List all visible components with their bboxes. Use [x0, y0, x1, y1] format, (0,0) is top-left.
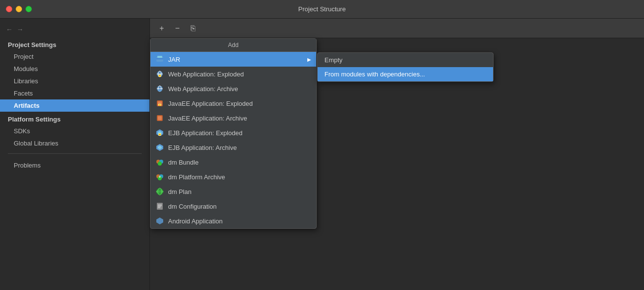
project-settings-header: Project Settings	[0, 37, 149, 50]
svg-rect-15	[159, 104, 161, 106]
menu-item-dm-plan-label: dm Plan	[168, 188, 311, 195]
add-menu: Add JAR ▶	[150, 38, 317, 229]
dropdown-overlay: Add JAR ▶	[150, 38, 317, 229]
menu-item-dm-bundle[interactable]: dm Bundle	[150, 155, 316, 169]
svg-rect-35	[157, 203, 163, 210]
sidebar-item-artifacts[interactable]: Artifacts	[0, 99, 149, 112]
content-area: + − ⎘ Add JAR ▶	[150, 19, 644, 290]
forward-button[interactable]: →	[17, 25, 24, 33]
svg-rect-1	[157, 56, 162, 58]
dm-platform-icon	[155, 172, 164, 181]
sidebar-item-libraries[interactable]: Libraries	[0, 75, 149, 87]
jar-submenu: Empty From modules with dependencies...	[317, 52, 494, 82]
menu-item-javaee-archive-label: JavaEE Application: Archive	[168, 115, 311, 122]
add-button[interactable]: +	[155, 22, 169, 35]
platform-settings-header: Platform Settings	[0, 112, 149, 125]
web-archive-icon	[155, 84, 164, 93]
menu-item-ejb-exploded-label: EJB Application: Exploded	[168, 129, 311, 137]
sidebar: ← → Project Settings Project Modules Lib…	[0, 19, 150, 290]
maximize-button[interactable]	[25, 6, 32, 12]
dm-config-icon	[155, 202, 164, 211]
copy-button[interactable]: ⎘	[186, 22, 200, 35]
menu-item-web-exploded[interactable]: Web Application: Exploded	[150, 67, 316, 81]
ejb-exploded-icon	[155, 128, 164, 137]
svg-rect-7	[159, 75, 161, 76]
sidebar-nav: ← →	[0, 23, 149, 37]
menu-item-javaee-exploded[interactable]: JavaEE Application: Exploded	[150, 96, 316, 111]
menu-item-dm-bundle-label: dm Bundle	[168, 159, 311, 166]
menu-item-javaee-archive[interactable]: JavaEE Application: Archive	[150, 111, 316, 125]
menu-item-dm-platform[interactable]: dm Platform Archive	[150, 169, 316, 184]
toolbar: + − ⎘	[150, 19, 644, 38]
javaee-exploded-icon	[155, 99, 164, 108]
menu-item-web-exploded-label: Web Application: Exploded	[168, 71, 311, 78]
menu-item-dm-platform-label: dm Platform Archive	[168, 173, 311, 181]
sidebar-item-problems[interactable]: Problems	[0, 158, 149, 171]
traffic-lights	[6, 6, 32, 12]
svg-rect-11	[158, 89, 161, 92]
main-container: ← → Project Settings Project Modules Lib…	[0, 19, 644, 290]
menu-item-ejb-exploded[interactable]: EJB Application: Exploded	[150, 125, 316, 140]
submenu-item-from-modules[interactable]: From modules with dependencies...	[318, 67, 493, 81]
sidebar-item-facets[interactable]: Facets	[0, 87, 149, 99]
menu-item-jar-label: JAR	[168, 56, 303, 63]
svg-point-26	[158, 162, 162, 166]
svg-rect-21	[159, 134, 161, 135]
javaee-archive-icon	[155, 114, 164, 122]
add-menu-header: Add	[150, 39, 316, 52]
menu-item-dm-plan[interactable]: dm Plan	[150, 184, 316, 199]
submenu-from-modules-label: From modules with dependencies...	[324, 71, 425, 78]
svg-rect-17	[158, 116, 162, 120]
sidebar-item-global-libs[interactable]: Global Libraries	[0, 137, 149, 149]
menu-item-web-archive-label: Web Application: Archive	[168, 85, 311, 93]
svg-point-30	[159, 176, 161, 178]
android-icon	[155, 217, 164, 225]
close-button[interactable]	[6, 6, 12, 12]
svg-marker-40	[156, 218, 163, 224]
sidebar-divider	[8, 153, 142, 154]
menu-item-android[interactable]: Android Application	[150, 214, 316, 228]
menu-item-dm-config-label: dm Configuration	[168, 203, 311, 210]
titlebar: Project Structure	[0, 0, 644, 19]
menu-item-android-label: Android Application	[168, 218, 311, 225]
menu-item-web-archive[interactable]: Web Application: Archive	[150, 81, 316, 96]
sidebar-item-modules[interactable]: Modules	[0, 63, 149, 75]
ejb-archive-icon	[155, 143, 164, 152]
jar-icon	[155, 55, 164, 64]
submenu-item-empty[interactable]: Empty	[318, 53, 493, 67]
submenu-empty-label: Empty	[324, 56, 343, 64]
web-exploded-icon	[155, 70, 164, 78]
menu-item-dm-config[interactable]: dm Configuration	[150, 199, 316, 214]
minimize-button[interactable]	[16, 6, 22, 12]
menu-item-jar[interactable]: JAR ▶	[150, 52, 316, 67]
menu-item-javaee-exploded-label: JavaEE Application: Exploded	[168, 100, 311, 107]
menu-item-ejb-archive[interactable]: EJB Application: Archive	[150, 140, 316, 155]
remove-button[interactable]: −	[171, 22, 184, 35]
window-title: Project Structure	[298, 5, 346, 13]
menu-item-ejb-archive-label: EJB Application: Archive	[168, 144, 311, 151]
sidebar-item-sdks[interactable]: SDKs	[0, 125, 149, 137]
dm-plan-icon	[155, 187, 164, 196]
dm-bundle-icon	[155, 158, 164, 167]
jar-submenu-arrow: ▶	[307, 57, 311, 62]
sidebar-item-project[interactable]: Project	[0, 50, 149, 63]
back-button[interactable]: ←	[6, 25, 13, 33]
